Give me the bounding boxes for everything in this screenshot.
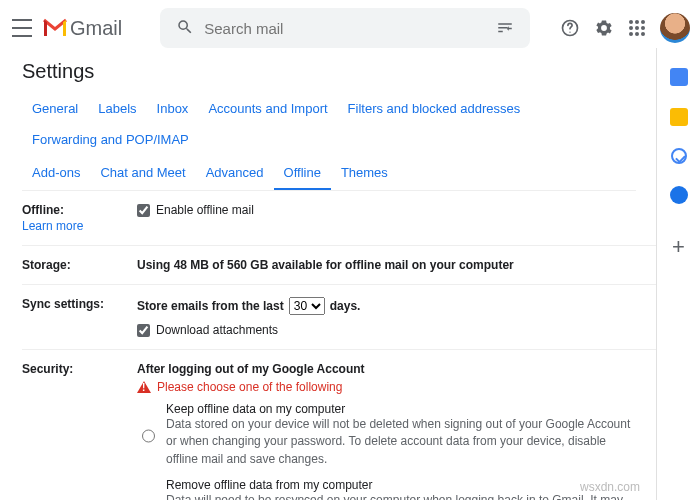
svg-point-6: [635, 26, 639, 30]
offline-label-text: Offline:: [22, 203, 64, 217]
svg-point-8: [629, 32, 633, 36]
hamburger-icon[interactable]: [12, 19, 32, 37]
tab-general[interactable]: General: [22, 93, 88, 124]
keep-desc: Data stored on your device will not be d…: [166, 416, 636, 468]
header-actions: [560, 13, 690, 43]
enable-offline-input[interactable]: [137, 204, 150, 217]
storage-text: Using 48 MB of 560 GB available for offl…: [137, 258, 636, 272]
sync-days-select[interactable]: 30: [289, 297, 325, 315]
gmail-logo-text: Gmail: [70, 17, 122, 40]
security-label: Security:: [22, 362, 137, 500]
search-bar[interactable]: [160, 8, 530, 48]
svg-point-9: [635, 32, 639, 36]
search-icon[interactable]: [168, 18, 202, 39]
security-radio-remove[interactable]: [142, 480, 155, 500]
watermark: wsxdn.com: [580, 480, 640, 494]
help-icon[interactable]: [560, 18, 580, 38]
security-option-remove[interactable]: Remove offline data from my computer Dat…: [137, 478, 636, 500]
row-sync: Sync settings: Store emails from the las…: [22, 285, 656, 350]
warning-triangle-icon: [137, 381, 151, 393]
offline-label: Offline: Learn more: [22, 203, 137, 233]
tab-offline[interactable]: Offline: [274, 157, 331, 190]
svg-point-4: [641, 20, 645, 24]
tab-addons[interactable]: Add-ons: [22, 157, 90, 190]
gmail-logo[interactable]: Gmail: [42, 17, 122, 40]
enable-offline-checkbox[interactable]: Enable offline mail: [137, 203, 636, 217]
settings-tabs-row2: Add-ons Chat and Meet Advanced Offline T…: [22, 157, 656, 190]
add-addon-icon[interactable]: +: [672, 238, 685, 256]
side-panel: +: [656, 48, 700, 500]
settings-tabs-row1: General Labels Inbox Accounts and Import…: [22, 93, 656, 155]
security-option-keep[interactable]: Keep offline data on my computer Data st…: [137, 402, 636, 468]
svg-point-3: [635, 20, 639, 24]
security-heading: After logging out of my Google Account: [137, 362, 636, 376]
apps-grid-icon[interactable]: [628, 19, 646, 37]
svg-point-5: [629, 26, 633, 30]
security-warning: Please choose one of the following: [137, 380, 636, 394]
page-title: Settings: [22, 60, 656, 83]
row-offline: Offline: Learn more Enable offline mail: [22, 191, 656, 246]
keep-title: Keep offline data on my computer: [166, 402, 636, 416]
tab-chat[interactable]: Chat and Meet: [90, 157, 195, 190]
row-security: Security: After logging out of my Google…: [22, 350, 656, 500]
sync-label: Sync settings:: [22, 297, 137, 337]
tab-labels[interactable]: Labels: [88, 93, 146, 124]
main-content: Settings General Labels Inbox Accounts a…: [0, 48, 656, 500]
remove-desc: Data will need to be resynced on your co…: [166, 492, 636, 500]
tab-forwarding[interactable]: Forwarding and POP/IMAP: [22, 124, 199, 155]
tasks-icon[interactable]: [671, 148, 687, 164]
svg-point-7: [641, 26, 645, 30]
settings-gear-icon[interactable]: [594, 18, 614, 38]
sync-suffix: days.: [330, 299, 361, 313]
search-options-icon[interactable]: [488, 18, 522, 39]
svg-point-10: [641, 32, 645, 36]
gmail-icon: [42, 18, 68, 38]
tab-inbox[interactable]: Inbox: [147, 93, 199, 124]
search-input[interactable]: [202, 19, 488, 38]
sync-days-line: Store emails from the last 30 days.: [137, 297, 636, 315]
keep-icon[interactable]: [670, 108, 688, 126]
enable-offline-text: Enable offline mail: [156, 203, 254, 217]
tab-advanced[interactable]: Advanced: [196, 157, 274, 190]
calendar-icon[interactable]: [670, 68, 688, 86]
tab-filters[interactable]: Filters and blocked addresses: [338, 93, 531, 124]
security-radio-keep[interactable]: [142, 404, 155, 468]
tab-accounts[interactable]: Accounts and Import: [198, 93, 337, 124]
download-attachments-checkbox[interactable]: Download attachments: [137, 323, 636, 337]
download-attachments-input[interactable]: [137, 324, 150, 337]
tab-themes[interactable]: Themes: [331, 157, 398, 190]
svg-point-2: [629, 20, 633, 24]
download-attachments-text: Download attachments: [156, 323, 278, 337]
storage-label: Storage:: [22, 258, 137, 272]
security-warning-text: Please choose one of the following: [157, 380, 342, 394]
remove-title: Remove offline data from my computer: [166, 478, 636, 492]
row-storage: Storage: Using 48 MB of 560 GB available…: [22, 246, 656, 285]
account-avatar[interactable]: [660, 13, 690, 43]
learn-more-link[interactable]: Learn more: [22, 219, 137, 233]
sync-prefix: Store emails from the last: [137, 299, 284, 313]
svg-point-1: [569, 32, 570, 33]
contacts-icon[interactable]: [670, 186, 688, 204]
